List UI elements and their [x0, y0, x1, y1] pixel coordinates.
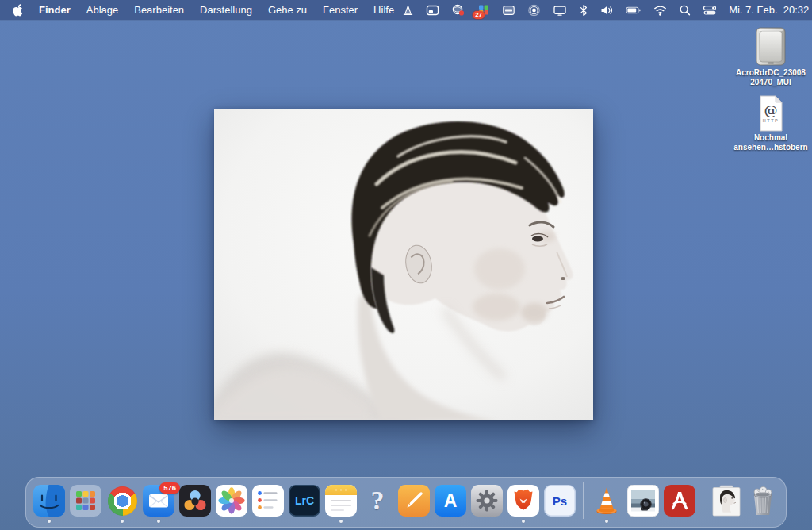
dock-item-brave[interactable] [508, 485, 539, 517]
desktop-icon-label: ansehen…hstöbern [733, 143, 807, 152]
chrome-icon [108, 486, 137, 516]
preview-icon [627, 485, 659, 517]
menu-bearbeiten[interactable]: Bearbeiten [126, 4, 192, 16]
desktop-icon-label: 20470_MUI [750, 78, 791, 87]
dock-item-system-settings[interactable] [471, 485, 503, 517]
running-indicator [605, 520, 608, 523]
davinci-resolve-icon [179, 485, 211, 517]
vlc-icon [591, 485, 622, 517]
image-file-thumbnail [710, 485, 742, 517]
dock-item-image-file[interactable] [710, 485, 742, 517]
dock-item-mail[interactable]: 576 [143, 485, 174, 517]
window-manager-icon[interactable] [426, 3, 439, 17]
macos-desktop[interactable]: { "wallpaper_color": "#5b7cb4", "menubar… [0, 0, 812, 530]
dock-item-davinci-resolve[interactable] [179, 485, 211, 517]
portrait-photo [214, 109, 593, 420]
launchpad-icon [70, 485, 102, 517]
dock-item-unknown-app[interactable]: ? [362, 485, 393, 517]
notes-icon [325, 485, 357, 517]
dock-item-app-store[interactable]: A [435, 485, 466, 517]
dock-item-launchpad[interactable] [70, 485, 102, 517]
running-indicator [157, 520, 160, 523]
lightroom-classic-icon [289, 485, 320, 517]
menu-bar-left: Finder Ablage Bearbeiten Darstellung Geh… [8, 4, 402, 17]
dock-item-photos[interactable] [216, 485, 247, 517]
at-glyph: @ [755, 102, 787, 118]
running-indicator [121, 520, 124, 523]
weblocation-icon: @ HTTP [755, 95, 787, 132]
menu-bar: Finder Ablage Bearbeiten Darstellung Geh… [0, 0, 812, 20]
dock-item-pages[interactable] [398, 485, 430, 517]
acrobat-reader-icon [664, 485, 695, 517]
spotlight-search-icon[interactable] [679, 3, 691, 17]
menu-bar-clock[interactable]: Mi. 7. Feb. 20:32 [729, 4, 810, 16]
brave-icon [508, 485, 539, 517]
keyboard-icon[interactable] [502, 3, 515, 17]
desktop-icon-label: AcroRdrDC_23008 [736, 68, 806, 78]
running-indicator [522, 520, 525, 523]
volume-icon[interactable] [600, 3, 614, 17]
running-indicator [339, 520, 343, 523]
dock-item-notes[interactable] [325, 485, 357, 517]
menu-bar-status-area: 27 Mi. 7. Feb. 20:32 [402, 3, 810, 17]
dock-item-finder[interactable] [33, 485, 65, 517]
bluetooth-icon[interactable] [579, 3, 588, 17]
dock-item-preview[interactable] [627, 485, 659, 517]
updates-count-badge: 27 [473, 11, 485, 19]
reminders-icon [252, 485, 284, 517]
disk-image-icon [753, 27, 789, 67]
dock-item-acrobat-reader[interactable] [664, 485, 695, 517]
dock-item-chrome[interactable] [106, 485, 138, 517]
display-icon[interactable] [553, 3, 567, 17]
dock: 576 [25, 477, 787, 528]
battery-icon[interactable] [626, 3, 642, 17]
globe-sync-icon[interactable] [451, 3, 465, 17]
photoshop-icon [544, 485, 576, 517]
airdrop-icon[interactable] [527, 3, 541, 17]
dock-item-lightroom-classic[interactable]: LrC [289, 485, 320, 517]
trash-full-icon [747, 485, 779, 517]
menu-fenster[interactable]: Fenster [315, 4, 366, 16]
desktop-icon-label: Nochmal [754, 133, 787, 143]
system-settings-gear-icon [471, 485, 503, 517]
dock-item-photoshop[interactable]: Ps [544, 485, 576, 517]
apple-menu-icon[interactable] [8, 4, 31, 17]
pages-icon [398, 485, 430, 517]
wifi-icon[interactable] [653, 3, 667, 17]
menu-gehe-zu[interactable]: Gehe zu [260, 4, 315, 16]
dock-item-reminders[interactable] [252, 485, 284, 517]
desktop-icon-weblocation[interactable]: @ HTTP Nochmal ansehen…hstöbern [733, 95, 809, 152]
photo-window[interactable] [214, 109, 593, 420]
vlc-cone-icon[interactable] [402, 3, 414, 17]
running-indicator [48, 520, 51, 523]
menu-ablage[interactable]: Ablage [79, 4, 126, 16]
app-store-icon [435, 485, 466, 517]
mail-unread-badge: 576 [159, 482, 180, 494]
dock-separator [583, 482, 584, 519]
dock-item-vlc[interactable] [591, 485, 622, 517]
control-center-icon[interactable] [703, 3, 717, 17]
desktop-icon-disk-image[interactable]: AcroRdrDC_23008 20470_MUI [733, 27, 809, 87]
desktop-icon-column: AcroRdrDC_23008 20470_MUI @ HTTP Nochmal… [733, 27, 809, 160]
menu-app-name[interactable]: Finder [31, 4, 79, 16]
photos-icon [216, 485, 247, 517]
question-mark-icon: ? [362, 485, 393, 517]
http-label: HTTP [755, 118, 787, 123]
finder-icon [33, 485, 65, 517]
menu-hilfe[interactable]: Hilfe [366, 4, 402, 16]
menu-darstellung[interactable]: Darstellung [192, 4, 260, 16]
dock-item-trash[interactable] [747, 485, 779, 517]
dock-separator [703, 482, 703, 519]
app-updates-icon[interactable]: 27 [477, 3, 490, 17]
